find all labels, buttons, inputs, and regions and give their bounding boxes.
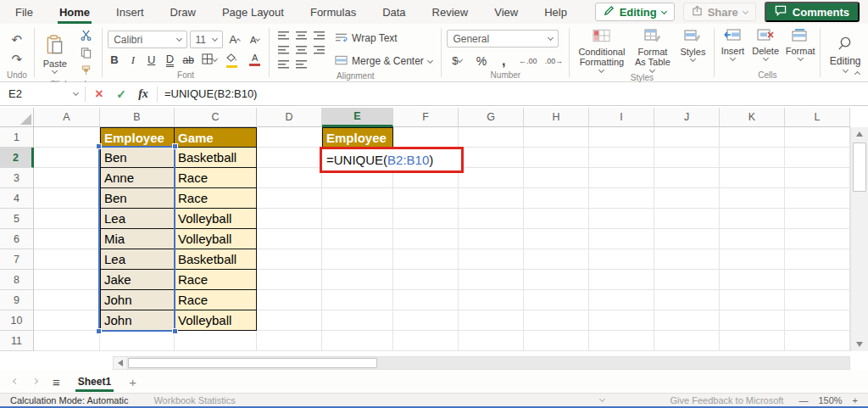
column-header-H[interactable]: H — [524, 108, 589, 127]
wrap-text-button[interactable]: Wrap Text — [335, 31, 398, 47]
cell-I7[interactable] — [589, 249, 654, 270]
cell-J8[interactable] — [654, 270, 720, 290]
number-format-select[interactable]: General — [447, 30, 559, 48]
cell-D8[interactable] — [257, 270, 322, 290]
comments-button[interactable]: Comments — [765, 2, 860, 22]
zoom-out-button[interactable]: — — [798, 395, 808, 405]
menu-tab-insert[interactable]: Insert — [114, 0, 146, 24]
align-right-button[interactable] — [310, 42, 328, 58]
cell-D3[interactable] — [257, 168, 322, 188]
cell-H11[interactable] — [524, 331, 589, 351]
insert-function-button[interactable]: fx — [133, 85, 153, 103]
cell-K2[interactable] — [720, 148, 785, 168]
cell-L5[interactable] — [785, 209, 850, 229]
cell-C10[interactable]: Volleyball — [175, 310, 257, 331]
cell-F9[interactable] — [393, 290, 459, 310]
cell-E11[interactable] — [322, 331, 393, 351]
insert-cells-button[interactable]: Insert — [718, 28, 748, 61]
increase-font-button[interactable]: A — [225, 31, 243, 48]
row-header-11[interactable]: 11 — [0, 331, 34, 351]
cell-G11[interactable] — [459, 331, 524, 351]
cell-J4[interactable] — [654, 188, 720, 209]
cell-L4[interactable] — [785, 188, 850, 209]
format-cells-button[interactable]: Format — [783, 28, 817, 61]
conditional-formatting-button[interactable]: Conditional Formatting — [575, 28, 628, 73]
status-options-chevron[interactable] — [598, 396, 604, 402]
cell-F5[interactable] — [393, 209, 459, 229]
workbook-statistics-button[interactable]: Workbook Statistics — [153, 395, 235, 405]
cell-A7[interactable] — [34, 249, 100, 270]
cell-I1[interactable] — [589, 127, 654, 148]
cell-F7[interactable] — [393, 249, 459, 270]
cell-H4[interactable] — [524, 188, 589, 209]
cell-J6[interactable] — [654, 229, 720, 249]
cell-I6[interactable] — [589, 229, 654, 249]
cell-G1[interactable] — [459, 127, 524, 148]
cell-J9[interactable] — [654, 290, 720, 310]
next-sheet-button[interactable] — [32, 377, 38, 383]
cell-F10[interactable] — [393, 310, 459, 331]
row-header-6[interactable]: 6 — [0, 229, 34, 249]
column-header-F[interactable]: F — [393, 108, 459, 127]
cell-B10[interactable]: John — [100, 310, 175, 331]
cell-I2[interactable] — [589, 148, 654, 168]
cell-C8[interactable]: Race — [175, 270, 257, 290]
cell-A9[interactable] — [34, 290, 100, 310]
cell-K11[interactable] — [720, 331, 785, 351]
accounting-format-button[interactable]: $ — [447, 53, 467, 69]
sheet-list-menu-button[interactable]: ≡ — [53, 376, 60, 388]
cell-A1[interactable] — [34, 127, 100, 148]
column-header-I[interactable]: I — [589, 108, 654, 127]
menu-tab-view[interactable]: View — [492, 0, 520, 24]
zoom-in-button[interactable]: + — [853, 395, 858, 405]
cell-J1[interactable] — [654, 127, 720, 148]
cell-F4[interactable] — [393, 188, 459, 209]
active-cell-editor[interactable]: =UNIQUE(B2:B10) — [320, 147, 464, 173]
menu-tab-help[interactable]: Help — [542, 0, 569, 24]
cell-J7[interactable] — [654, 249, 720, 270]
menu-tab-formulas[interactable]: Formulas — [309, 0, 358, 24]
cell-B9[interactable]: John — [100, 290, 175, 310]
cell-E9[interactable] — [322, 290, 393, 310]
column-header-G[interactable]: G — [459, 108, 524, 127]
cell-C11[interactable] — [175, 331, 257, 351]
cell-G10[interactable] — [459, 310, 524, 331]
cell-G6[interactable] — [459, 229, 524, 249]
vertical-scrollbar[interactable] — [850, 127, 868, 351]
cell-K3[interactable] — [720, 168, 785, 188]
cell-G4[interactable] — [459, 188, 524, 209]
share-button[interactable]: Share — [683, 3, 756, 21]
formula-input[interactable]: =UNIQUE(B2:B10) — [164, 87, 257, 100]
editing-mode-button[interactable]: Editing — [595, 3, 675, 21]
menu-tab-review[interactable]: Review — [431, 0, 470, 24]
cell-L9[interactable] — [785, 290, 850, 310]
cell-K6[interactable] — [720, 229, 785, 249]
editing-menu-button[interactable]: Editing — [826, 35, 865, 72]
scroll-up-button[interactable] — [851, 127, 868, 141]
horizontal-scrollbar[interactable] — [113, 356, 850, 370]
cell-H3[interactable] — [524, 168, 589, 188]
cell-A4[interactable] — [34, 188, 100, 209]
cell-C9[interactable]: Race — [175, 290, 257, 310]
increase-decimal-button[interactable]: ←.00 — [518, 53, 538, 69]
cell-H7[interactable] — [524, 249, 589, 270]
cell-C4[interactable]: Race — [175, 188, 257, 209]
cell-G5[interactable] — [459, 209, 524, 229]
cell-D11[interactable] — [257, 331, 322, 351]
cell-C3[interactable]: Race — [175, 168, 257, 188]
cell-D9[interactable] — [257, 290, 322, 310]
cell-A8[interactable] — [34, 270, 100, 290]
cell-G8[interactable] — [459, 270, 524, 290]
cell-C5[interactable]: Volleyball — [175, 209, 257, 229]
increase-indent-button[interactable] — [292, 56, 310, 72]
decrease-indent-button[interactable] — [275, 56, 292, 72]
cell-B1[interactable]: Employee — [100, 127, 175, 148]
column-header-L[interactable]: L — [785, 108, 850, 127]
cell-L1[interactable] — [785, 127, 850, 148]
cell-E7[interactable] — [322, 249, 393, 270]
cell-L8[interactable] — [785, 270, 850, 290]
cut-button[interactable] — [77, 28, 95, 44]
row-header-2[interactable]: 2 — [0, 148, 34, 168]
comma-format-button[interactable]: , — [495, 53, 511, 69]
cell-I9[interactable] — [589, 290, 654, 310]
